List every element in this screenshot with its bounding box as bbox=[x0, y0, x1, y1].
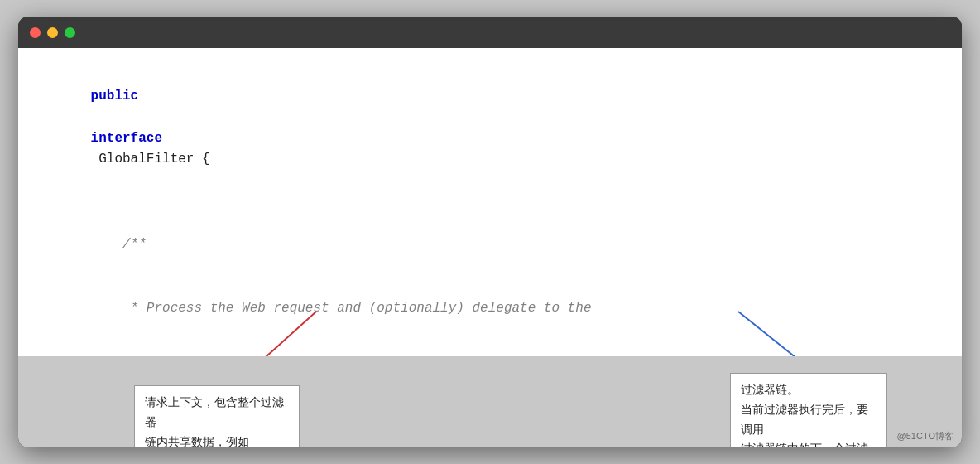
code-line-blank1 bbox=[43, 192, 937, 214]
title-bar bbox=[18, 17, 962, 48]
annotation-left: 请求上下文，包含整个过滤器 链内共享数据，例如 request、response… bbox=[134, 385, 300, 447]
code-line-1: public interface GlobalFilter { bbox=[43, 65, 937, 192]
watermark: @51CTO博客 bbox=[897, 430, 954, 442]
annotation-right-text: 过滤器链。 当前过滤器执行完后，要调用 过滤器链中的下一个过滤器 bbox=[741, 383, 868, 447]
minimize-button[interactable] bbox=[47, 27, 58, 38]
annotation-left-text: 请求上下文，包含整个过滤器 链内共享数据，例如 request、response… bbox=[145, 395, 284, 447]
maximize-button[interactable] bbox=[65, 27, 75, 38]
close-button[interactable] bbox=[30, 27, 41, 38]
code-window: public interface GlobalFilter { /** * Pr… bbox=[18, 17, 962, 447]
keyword-public: public bbox=[91, 89, 139, 104]
code-line-4: * Process the Web request and (optionall… bbox=[43, 277, 937, 341]
keyword-interface: interface bbox=[91, 131, 162, 146]
code-line-3: /** bbox=[43, 213, 937, 277]
annotation-right: 过滤器链。 当前过滤器执行完后，要调用 过滤器链中的下一个过滤器 bbox=[730, 373, 887, 447]
code-area: public interface GlobalFilter { /** * Pr… bbox=[18, 48, 962, 388]
annotations-area: 请求上下文，包含整个过滤器 链内共享数据，例如 request、response… bbox=[18, 356, 962, 447]
